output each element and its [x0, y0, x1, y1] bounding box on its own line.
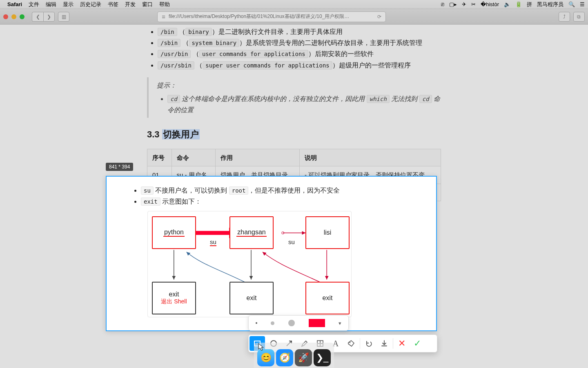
code-paren: user commands for applications — [199, 50, 308, 58]
app-menu[interactable]: Safari — [7, 1, 22, 7]
menu-history[interactable]: 历史记录 — [80, 1, 101, 8]
telegram-icon[interactable]: ✈ — [462, 1, 466, 7]
list-text: ）超级用户的一些管理程序 — [332, 62, 411, 69]
color-swatch[interactable] — [309, 319, 325, 327]
screenshot-selection[interactable]: su 不接用户名，可以切换到 root，但是不推荐使用，因为不安全 exit 示… — [106, 176, 437, 331]
stroke-medium-button[interactable] — [271, 321, 274, 325]
menu-bookmarks[interactable]: 书签 — [108, 1, 118, 8]
spotlight-icon[interactable]: 🔍 — [568, 1, 575, 7]
list-item: /bin （binary）是二进制执行文件目录，主要用于具体应用 — [158, 26, 441, 37]
record-icon[interactable]: ▢▸ — [449, 1, 457, 7]
input-source-icon[interactable]: 拼 — [527, 1, 532, 8]
code-cd: cd — [167, 95, 180, 103]
selection-content: su 不接用户名，可以切换到 root，但是不推荐使用，因为不安全 exit 示… — [107, 177, 436, 321]
tip-text: 这个终端命令是内置在系统内核中的，没有独立的文件，因此用 — [180, 95, 367, 102]
minimize-window-button[interactable] — [11, 14, 16, 19]
menubar: Safari 文件 编辑 显示 历史记录 书签 开发 窗口 帮助 ⎚ ▢▸ ✈ … — [0, 0, 588, 9]
browser-toolbar: ❮ ❯ ▥ ≡ file:///Users/itheima/Desktop/Py… — [0, 9, 588, 25]
box-label: exit — [247, 294, 257, 302]
article: /bin （binary）是二进制执行文件目录，主要用于具体应用 /sbin （… — [147, 25, 441, 201]
list-item: /sbin （system binary）是系统管理员专用的二进制代码存放目录，… — [158, 37, 441, 48]
tip-block: 提示： cd 这个终端命令是内置在系统内核中的，没有独立的文件，因此用 whic… — [147, 77, 441, 118]
code-path: /sbin — [158, 39, 180, 47]
battery-icon[interactable]: 🔋 — [515, 1, 522, 7]
forward-button[interactable]: ❯ — [43, 12, 55, 22]
menu-file[interactable]: 文件 — [29, 1, 39, 8]
user-label[interactable]: 黑马程序员 — [537, 1, 564, 8]
nav-buttons: ❮ ❯ — [32, 12, 55, 22]
diagram-box-exit-3: exit — [305, 282, 350, 314]
undo-button[interactable] — [361, 336, 376, 351]
menu-window[interactable]: 窗口 — [142, 1, 153, 8]
confirm-button[interactable]: ✓ — [410, 336, 425, 351]
box-label: lisi — [324, 229, 332, 236]
diagram-box-zhangsan: zhangsan — [229, 216, 274, 249]
toolbar-separator — [360, 338, 360, 349]
menu-view[interactable]: 显示 — [63, 1, 74, 8]
tip-text: 无法找到 — [390, 95, 419, 102]
selection-size-badge: 841 * 394 — [106, 163, 133, 171]
tag-tool-button[interactable] — [343, 336, 359, 351]
menu-edit[interactable]: 编辑 — [46, 1, 56, 8]
list-item: exit 示意图如下： — [141, 197, 425, 206]
th-seq: 序号 — [147, 149, 172, 166]
back-button[interactable]: ❮ — [32, 12, 43, 22]
close-window-button[interactable] — [3, 14, 8, 19]
list-text: ，但是不推荐使用，因为不安全 — [248, 187, 340, 194]
th-cmd: 命令 — [172, 149, 216, 166]
diagram-label-su-2: su — [288, 238, 295, 245]
path-bullet-list: /bin （binary）是二进制执行文件目录，主要用于具体应用 /sbin （… — [147, 26, 441, 71]
code-root: root — [229, 186, 249, 195]
volume-icon[interactable]: 🔈 — [504, 1, 510, 7]
url-text: file:///Users/itheima/Desktop/Python基础/0… — [169, 13, 349, 20]
code-exit: exit — [141, 197, 160, 206]
diagram-box-exit-shell: exit退出 Shell — [152, 282, 196, 314]
code-paren: system binary — [189, 39, 240, 47]
sidebar-button[interactable]: ▥ — [58, 12, 69, 22]
diagram-box-python: python — [152, 216, 196, 249]
dock-finder-icon[interactable]: 😊 — [257, 349, 274, 366]
th-desc: 说明 — [300, 149, 441, 166]
list-text: 不接用户名，可以切换到 — [154, 187, 229, 194]
svg-point-12 — [350, 342, 351, 343]
code-paren: binary — [185, 28, 212, 36]
heading-text: 切换用户 — [162, 129, 200, 139]
tabs-button[interactable]: ⧉ — [573, 12, 585, 22]
diagram-box-exit-2: exit — [229, 282, 274, 314]
dock-launchpad-icon[interactable]: 🚀 — [295, 349, 312, 366]
box-sublabel: 退出 Shell — [161, 298, 187, 305]
scissors-icon[interactable]: ✂ — [471, 1, 476, 7]
stroke-thick-button[interactable] — [288, 320, 295, 326]
annotation-style-bar: ▾ — [248, 315, 349, 331]
box-label: exit — [323, 294, 333, 302]
code-cd2: cd — [419, 95, 432, 103]
color-dropdown-button[interactable]: ▾ — [339, 320, 341, 326]
list-item: /usr/bin （user commands for applications… — [158, 48, 441, 59]
reload-icon[interactable]: ⟳ — [377, 14, 381, 20]
wifi-icon[interactable]: �històr — [481, 1, 499, 7]
cancel-button[interactable]: ✕ — [394, 336, 410, 351]
screen-mirror-icon[interactable]: ⎚ — [441, 1, 444, 7]
diagram-box-lisi: lisi — [305, 216, 350, 249]
exit-diagram: python zhangsan lisi exit退出 Shell exit e… — [147, 211, 352, 317]
share-button[interactable]: ⤴ — [559, 12, 570, 22]
list-text: 示意图如下： — [160, 198, 201, 205]
code-path: /usr/sbin — [158, 61, 194, 70]
code-su: su — [141, 186, 154, 195]
box-label: python — [163, 229, 185, 237]
menu-develop[interactable]: 开发 — [125, 1, 136, 8]
section-heading: 3.3 切换用户 — [147, 127, 441, 142]
menu-help[interactable]: 帮助 — [159, 1, 170, 8]
tip-label: 提示： — [157, 80, 441, 91]
dock-terminal-icon[interactable]: ❯_ — [314, 349, 331, 366]
th-effect: 作用 — [216, 149, 300, 166]
save-button[interactable] — [376, 336, 392, 351]
dock-safari-icon[interactable]: 🧭 — [276, 349, 293, 366]
address-bar[interactable]: ≡ file:///Users/itheima/Desktop/Python基础… — [157, 11, 386, 22]
zoom-window-button[interactable] — [20, 14, 24, 19]
stroke-thin-button[interactable] — [256, 322, 257, 324]
menubar-right: ⎚ ▢▸ ✈ ✂ �històr 🔈 🔋 拼 黑马程序员 🔍 ☰ — [441, 1, 585, 8]
reader-icon[interactable]: ≡ — [162, 13, 165, 20]
code-path: /bin — [158, 28, 177, 36]
menu-extras-icon[interactable]: ☰ — [580, 1, 585, 7]
